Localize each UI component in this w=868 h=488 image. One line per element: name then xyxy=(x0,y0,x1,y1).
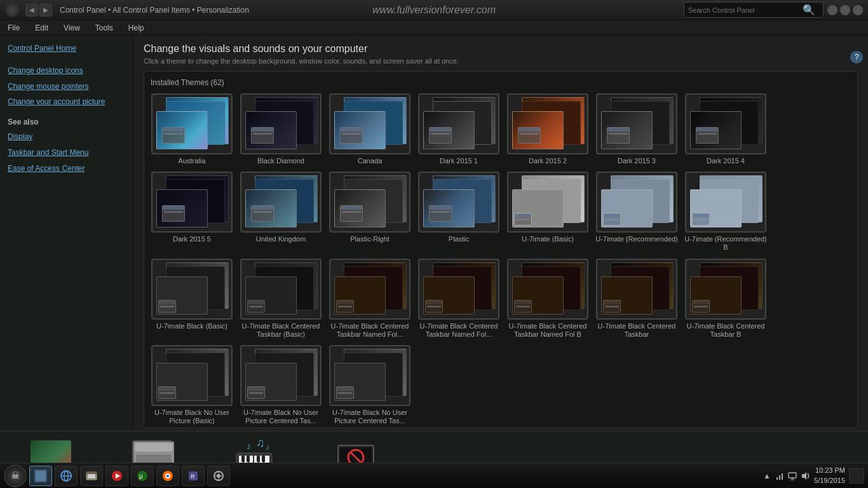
close-button[interactable] xyxy=(853,5,863,15)
svg-rect-15 xyxy=(247,456,250,462)
theme-horses-3[interactable]: U-7imate Black Centered Taskbar Named Fo… xyxy=(506,259,589,339)
theme-name-black-diamond: Black Diamond xyxy=(257,157,304,165)
theme-name-dark4: Dark 2015 4 xyxy=(707,157,745,165)
theme-horses-4[interactable]: U-7imate Black Centered Taskbar xyxy=(595,259,678,339)
theme-horses-5[interactable]: U-7imate Black Centered Taskbar B xyxy=(684,259,767,339)
theme-horses-1[interactable]: U-7imate Black Centered Taskbar Named Fo… xyxy=(329,259,411,339)
taskbar-item-7[interactable] xyxy=(207,466,230,486)
theme-no-pic-centered[interactable]: U-7imate Black No User Picture Centered … xyxy=(240,345,322,425)
tray-up-arrow[interactable]: ▲ xyxy=(762,471,772,481)
tray-volume[interactable] xyxy=(800,471,810,481)
titlebar: ◀ ▶ Control Panel • All Control Panel It… xyxy=(0,0,868,20)
svg-rect-50 xyxy=(782,473,783,480)
theme-u7black-ct-basic[interactable]: U-7imate Black Centered Taskbar (Basic) xyxy=(240,259,322,339)
taskbar-item-1[interactable] xyxy=(55,466,78,486)
taskbar-clock: 10:23 PM 5/19/2015 xyxy=(814,466,845,485)
theme-no-pic-basic[interactable]: U-7imate Black No User Picture (Basic) xyxy=(151,345,233,425)
forward-button[interactable]: ▶ xyxy=(39,4,52,17)
minimize-button[interactable] xyxy=(827,5,837,15)
search-box[interactable]: 🔍 xyxy=(684,2,824,18)
sidebar: Control Panel Home Change desktop icons … xyxy=(0,36,133,431)
theme-black-diamond[interactable]: Black Diamond xyxy=(240,93,322,165)
theme-name-horses-4: U-7imate Black Centered Taskbar xyxy=(595,322,678,339)
back-button[interactable]: ◀ xyxy=(25,4,38,17)
theme-name-dark1: Dark 2015 1 xyxy=(440,157,478,165)
theme-australia[interactable]: Australia xyxy=(151,93,233,165)
sidebar-item-display[interactable]: Display xyxy=(8,132,125,142)
svg-text:R: R xyxy=(191,473,195,480)
theme-name-dark5: Dark 2015 5 xyxy=(173,235,211,243)
theme-name-uk: United Kingdom xyxy=(256,235,306,243)
menu-edit[interactable]: Edit xyxy=(32,22,51,34)
page-title: Change the visuals and sounds on your co… xyxy=(144,43,858,55)
taskbar-item-5[interactable] xyxy=(156,466,179,486)
theme-dark2[interactable]: Dark 2015 2 xyxy=(506,93,589,165)
search-input[interactable] xyxy=(688,6,803,14)
app-logo xyxy=(5,3,19,17)
maximize-button[interactable] xyxy=(840,5,850,15)
themes-grid: Australia Black Diamond xyxy=(151,93,851,425)
theme-dark3[interactable]: Dark 2015 3 xyxy=(595,93,678,165)
svg-text:μ: μ xyxy=(139,473,143,480)
svg-rect-28 xyxy=(36,471,46,481)
theme-dark5[interactable]: Dark 2015 5 xyxy=(151,172,233,252)
theme-plastic[interactable]: Plastic xyxy=(417,172,500,252)
theme-name-u7basic: U-7imate (Basic) xyxy=(522,235,574,243)
show-desktop-button[interactable] xyxy=(849,468,864,484)
svg-rect-4 xyxy=(135,443,173,452)
see-also-title: See also xyxy=(8,118,125,126)
svg-rect-49 xyxy=(779,475,780,480)
taskbar-item-4[interactable]: μ xyxy=(131,466,154,486)
sidebar-item-desktop-icons[interactable]: Change desktop icons xyxy=(8,65,125,76)
taskbar-item-2[interactable] xyxy=(80,466,103,486)
sidebar-item-taskbar[interactable]: Taskbar and Start Menu xyxy=(8,147,125,158)
menu-help[interactable]: Help xyxy=(126,22,147,34)
theme-name-horses-3: U-7imate Black Centered Taskbar Named Fo… xyxy=(506,322,589,339)
svg-rect-51 xyxy=(789,473,796,478)
theme-name-no-pic-centered: U-7imate Black No User Picture Centered … xyxy=(240,409,322,425)
theme-dark4[interactable]: Dark 2015 4 xyxy=(684,93,767,165)
start-button[interactable]: ☠ xyxy=(4,464,27,487)
menu-view[interactable]: View xyxy=(61,22,83,34)
sidebar-item-ease[interactable]: Ease of Access Center xyxy=(8,163,125,174)
menu-file[interactable]: File xyxy=(5,22,22,34)
theme-horses-2[interactable]: U-7imate Black Centered Taskbar Named Fo… xyxy=(417,259,500,339)
taskbar: ☠ xyxy=(0,463,868,488)
taskbar-item-3[interactable] xyxy=(105,466,128,486)
clock-time: 10:23 PM xyxy=(814,466,845,475)
tray-network[interactable] xyxy=(775,471,785,481)
svg-rect-48 xyxy=(776,477,778,480)
taskbar-item-6[interactable]: R xyxy=(182,466,205,486)
theme-name-no-pic-centered2: U-7imate Black No User Picture Centered … xyxy=(329,409,411,425)
theme-u7black-basic[interactable]: U-7imate Black (Basic) xyxy=(151,259,233,339)
sidebar-item-mouse-pointers[interactable]: Change mouse pointers xyxy=(8,81,125,92)
theme-plastic-right[interactable]: Plastic-Right xyxy=(329,172,411,252)
themes-container[interactable]: Installed Themes (62) Australia xyxy=(144,71,858,428)
theme-name-u7recb: U-7imate (Recommended) B xyxy=(684,235,767,252)
page-subtitle: Click a theme to change the desktop back… xyxy=(144,57,858,65)
theme-u7basic[interactable]: U-7imate (Basic) xyxy=(506,172,589,252)
theme-no-pic-centered2[interactable]: U-7imate Black No User Picture Centered … xyxy=(329,345,411,425)
svg-rect-17 xyxy=(262,456,265,462)
taskbar-tray: ▲ xyxy=(762,466,864,485)
taskbar-item-0[interactable] xyxy=(29,466,52,486)
help-button[interactable]: ? xyxy=(850,51,863,64)
theme-name-australia: Australia xyxy=(179,157,206,165)
menu-tools[interactable]: Tools xyxy=(93,22,116,34)
svg-text:♪: ♪ xyxy=(266,443,269,452)
sidebar-item-account-picture[interactable]: Change your account picture xyxy=(8,97,125,107)
sidebar-item-home[interactable]: Control Panel Home xyxy=(8,43,125,54)
theme-uk[interactable]: United Kingdom xyxy=(240,172,322,252)
theme-canada[interactable]: Canada xyxy=(329,93,411,165)
theme-name-u7black-ct-basic: U-7imate Black Centered Taskbar (Basic) xyxy=(240,322,322,339)
theme-name-canada: Canada xyxy=(358,157,383,165)
theme-name-plastic: Plastic xyxy=(449,235,469,243)
svg-text:♫: ♫ xyxy=(256,440,265,449)
theme-dark1[interactable]: Dark 2015 1 xyxy=(417,93,500,165)
theme-u7rec[interactable]: U-7imate (Recommended) xyxy=(595,172,678,252)
theme-u7recb[interactable]: U-7imate (Recommended) B xyxy=(684,172,767,252)
search-icon: 🔍 xyxy=(803,4,815,16)
tray-display[interactable] xyxy=(787,471,797,481)
themes-section-title: Installed Themes (62) xyxy=(151,78,851,87)
svg-text:♪: ♪ xyxy=(247,441,251,451)
